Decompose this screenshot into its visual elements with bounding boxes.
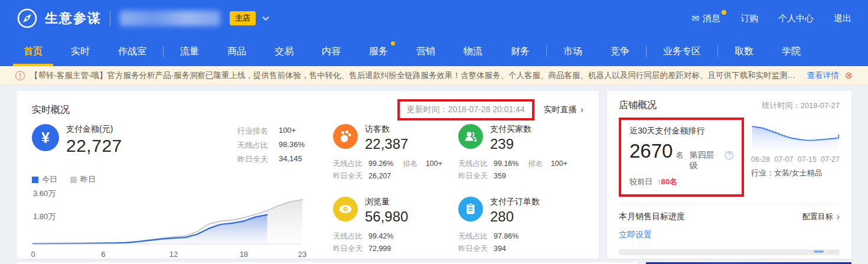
- stat-value: 100+: [279, 126, 305, 136]
- nav-item-service[interactable]: 服务: [355, 37, 402, 66]
- messages-label: 消息: [703, 13, 720, 24]
- nav-divider: [717, 45, 718, 57]
- nav-label: 学院: [782, 45, 801, 58]
- nav-item-home[interactable]: 首页: [9, 37, 57, 66]
- carousel-dot[interactable]: [828, 250, 838, 253]
- rank-change-value: 80名: [661, 177, 677, 186]
- nav-item-marketing[interactable]: 营销: [402, 37, 449, 66]
- set-now-link[interactable]: 立即设置: [619, 230, 652, 240]
- update-time-value: 2018-07-28 20:01:44: [448, 105, 525, 114]
- nav-item-content[interactable]: 内容: [308, 37, 355, 66]
- carousel-dot[interactable]: [814, 250, 824, 253]
- logout-label: 退出: [834, 13, 851, 24]
- subscribe-link[interactable]: 订购: [740, 13, 758, 24]
- stat-label: 无线占比: [333, 232, 363, 240]
- update-time-annotated: 更新时间：2018-07-28 20:01:44: [397, 99, 534, 120]
- nav-item-data[interactable]: 取数: [720, 37, 768, 66]
- stat-value: 394: [494, 245, 506, 253]
- nav-item-logistics[interactable]: 物流: [449, 37, 497, 66]
- stat-value: 100+: [551, 159, 567, 168]
- nav-label: 物流: [464, 45, 482, 58]
- nav-label: 取数: [735, 45, 753, 58]
- nav-label: 营销: [416, 45, 435, 58]
- help-icon[interactable]: ?: [725, 151, 733, 159]
- suborder-sub-stats: 无线占比97.86% 昨日全天394: [458, 230, 583, 255]
- close-icon[interactable]: ⊗: [845, 70, 853, 81]
- date-tick: 07-15: [798, 155, 817, 164]
- stat-label: 昨日全天: [333, 245, 363, 253]
- chevron-down-icon[interactable]: [262, 15, 270, 21]
- stat-value: 98.36%: [279, 140, 305, 151]
- stat-time-value: 2018-07-27: [801, 101, 840, 110]
- carousel-indicator: [814, 250, 838, 253]
- stat-label: 无线占比: [333, 159, 363, 168]
- nav-divider: [646, 45, 647, 57]
- logout-link[interactable]: 退出: [834, 13, 851, 24]
- metric-pageviews: 浏览量 56,980 无线占比99.42% 昨日全天72,999: [333, 197, 458, 255]
- nav-item-finance[interactable]: 财务: [497, 37, 544, 66]
- nav-label: 市场: [563, 45, 582, 58]
- stat-label: 排名: [528, 159, 543, 168]
- configure-goal-label: 配置目标: [802, 211, 833, 222]
- top-bar: 生意参谋 主店 ✉ 消息 订购 个人中心 退出: [0, 0, 868, 37]
- eye-icon: [333, 197, 358, 221]
- stat-time: 统计时间：2018-07-27: [762, 100, 840, 111]
- x-axis-tick: 6: [101, 250, 105, 259]
- metric-label: 浏览量: [365, 197, 408, 207]
- realtime-panel-title: 实时概况: [32, 104, 70, 116]
- banner-detail-link[interactable]: 查看详情: [807, 70, 839, 81]
- messages-link[interactable]: ✉ 消息: [691, 13, 720, 24]
- nav-item-academy[interactable]: 学院: [768, 37, 815, 66]
- metric-suborders: 支付子订单数 280 无线占比97.86% 昨日全天394: [458, 197, 583, 255]
- rank-trend-chart: [751, 120, 840, 153]
- stat-label: 昨日全天: [458, 172, 488, 180]
- today-legend-swatch: [32, 177, 38, 183]
- nav-item-product[interactable]: 商品: [213, 37, 260, 66]
- shop-name-blurred: [120, 11, 220, 26]
- stat-value: 72,999: [368, 245, 391, 253]
- nav-item-warroom[interactable]: 作战室: [104, 37, 161, 66]
- notice-banner: ! 【帮转-客服主管-哦】官方服务分析产品-服务洞察已隆重上线，提供售前体验，售…: [0, 66, 868, 85]
- nav-label: 竞争: [611, 45, 629, 58]
- rank-value: 2670: [629, 140, 673, 162]
- stat-value: 26,207: [368, 172, 391, 180]
- banner-text: 【帮转-客服主管-哦】官方服务分析产品-服务洞察已隆重上线，提供售前体验，售中转…: [30, 70, 800, 81]
- nav-item-competition[interactable]: 竞争: [596, 37, 644, 66]
- nav-label: 流量: [180, 45, 199, 58]
- stat-value: 100+: [426, 159, 442, 168]
- chevron-right-icon: ›: [580, 105, 583, 115]
- nav-label: 内容: [322, 45, 341, 58]
- nav-item-market[interactable]: 市场: [549, 37, 596, 66]
- nav-item-bizzone[interactable]: 业务专区: [649, 37, 715, 66]
- metric-label: 访客数: [365, 124, 408, 135]
- date-tick: 06-28: [751, 155, 770, 164]
- warning-icon: !: [15, 71, 25, 80]
- nav-item-realtime[interactable]: 实时: [57, 37, 104, 66]
- metric-visitors: 访客数 22,387 无线占比99.26%排名 100+ 昨日全天26,207: [333, 124, 458, 182]
- metric-label: 支付买家数: [490, 124, 531, 135]
- nav-item-traffic[interactable]: 流量: [166, 37, 213, 66]
- stat-time-label: 统计时间：: [762, 101, 801, 110]
- personal-center-link[interactable]: 个人中心: [778, 13, 814, 24]
- date-tick: 07-27: [821, 155, 840, 164]
- x-axis-tick: 18: [240, 250, 248, 259]
- main-nav: 首页 实时 作战室 流量 商品 交易 内容 服务 营销 物流 财务 市场 竞争 …: [0, 37, 868, 66]
- nav-label: 交易: [275, 45, 293, 58]
- live-broadcast-link[interactable]: 实时直播 ›: [544, 105, 583, 115]
- rank-title: 近30天支付金额排行: [629, 126, 733, 136]
- x-axis-tick: 12: [169, 250, 178, 259]
- stat-label: 昨日全天: [237, 154, 268, 165]
- stat-label: 排名: [403, 159, 417, 168]
- realtime-overview-panel: 实时概况 更新时间：2018-07-28 20:01:44 实时直播 › ¥ 支…: [17, 91, 599, 259]
- metric-label: 支付子订单数: [490, 197, 540, 207]
- buyer-sub-stats: 无线占比99.16%排名 100+ 昨日全天359: [458, 158, 583, 182]
- buyers-icon: [458, 124, 483, 149]
- main-shop-badge: 主店: [230, 11, 256, 25]
- metric-value: 56,980: [365, 208, 408, 225]
- shop-panel-title: 店铺概况: [619, 99, 657, 112]
- configure-goal-link[interactable]: 配置目标 ›: [802, 211, 840, 222]
- stat-label: 无线占比: [458, 232, 488, 240]
- nav-item-trade[interactable]: 交易: [260, 37, 308, 66]
- rank-change: 较前日 ↑80名: [629, 177, 733, 187]
- industry-label: 行业：女装/女士精品: [751, 168, 840, 178]
